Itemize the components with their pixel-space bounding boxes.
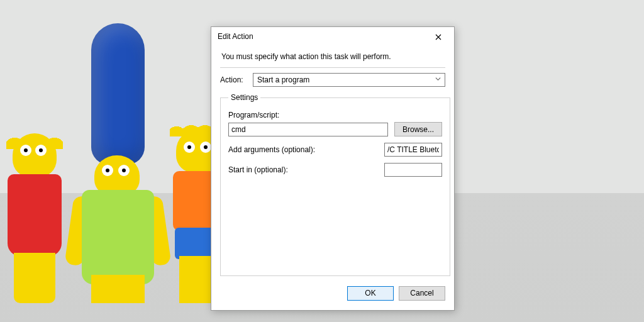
instruction-text: You must specify what action this task w…: [221, 52, 445, 61]
chevron-down-icon: [435, 76, 441, 83]
bg-figure-marge: [57, 23, 176, 303]
start-in-label: Start in (optional):: [228, 165, 379, 174]
start-in-input[interactable]: [384, 163, 442, 177]
action-dropdown-value: Start a program: [257, 75, 309, 84]
program-script-label: Program/script:: [228, 111, 442, 119]
dialog-footer: OK Cancel: [211, 282, 454, 310]
program-script-input[interactable]: [228, 123, 388, 136]
arguments-input[interactable]: [384, 143, 442, 157]
close-icon: [435, 31, 441, 42]
arguments-label: Add arguments (optional):: [228, 145, 379, 154]
cancel-button[interactable]: Cancel: [399, 286, 445, 301]
action-dropdown[interactable]: Start a program: [253, 73, 445, 87]
dialog-titlebar[interactable]: Edit Action: [211, 27, 454, 46]
settings-legend: Settings: [228, 93, 260, 102]
browse-button[interactable]: Browse...: [394, 122, 442, 136]
action-label: Action:: [220, 75, 248, 84]
close-button[interactable]: [426, 30, 450, 43]
dialog-title: Edit Action: [218, 32, 253, 41]
edit-action-dialog: Edit Action You must specify what action…: [211, 26, 455, 311]
divider: [220, 67, 445, 68]
settings-group: Settings Program/script: Browse... Add a…: [220, 93, 450, 276]
bg-figure-lisa: [0, 121, 63, 303]
ok-button[interactable]: OK: [347, 286, 394, 301]
